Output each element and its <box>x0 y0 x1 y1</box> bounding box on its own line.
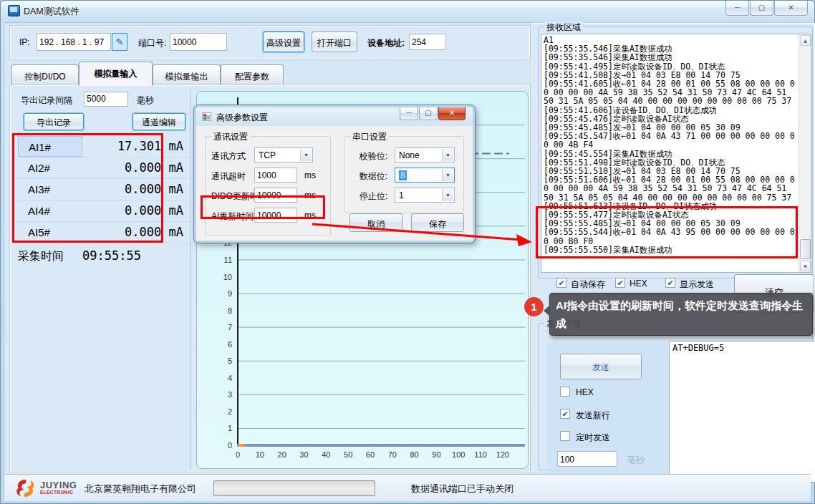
ip-input[interactable]: 192 . 168 . 1 . 97 <box>37 33 111 51</box>
open-port-button[interactable]: 打开端口 <box>312 32 357 52</box>
connection-panel: IP: 192 . 168 . 1 . 97 ✎ 端口号: 10000 高级设置… <box>10 26 530 59</box>
chevron-down-icon[interactable]: ▼ <box>442 169 453 181</box>
svg-text:10: 10 <box>223 273 232 281</box>
progress-bar <box>213 480 375 496</box>
comm-field-input[interactable]: 10000 <box>254 188 297 203</box>
brand-text: JUYING <box>40 480 77 490</box>
svg-text:0: 0 <box>228 441 232 450</box>
form-icon <box>202 112 211 121</box>
svg-text:90: 90 <box>432 450 440 459</box>
export-records-button[interactable]: 导出记录 <box>24 113 84 130</box>
timed-ms-label: 毫秒 <box>627 454 645 466</box>
send-newline-label: 发送新行 <box>576 410 610 422</box>
capture-time-label: 采集时间 <box>18 246 64 266</box>
device-addr-label: 设备地址: <box>367 37 405 49</box>
port-input[interactable]: 10000 <box>170 33 227 51</box>
hex-display-checkbox[interactable]: ✔ <box>615 278 625 288</box>
svg-text:5: 5 <box>228 357 232 365</box>
tab-1[interactable]: 控制DI/DO <box>11 64 79 86</box>
receive-log-text: A1 [09:55:35.546]采集AI数据成功 [09:55:35.546]… <box>544 36 796 271</box>
tab-3[interactable]: 模拟量输出 <box>153 64 221 86</box>
resize-grip[interactable]: ⋱ <box>465 233 471 240</box>
ai-value-table: AI1#17.301 mAAI2#0.000 mAAI3#0.000 mAAI4… <box>18 136 188 243</box>
close-button[interactable]: ✕ <box>774 1 808 16</box>
auto-save-checkbox[interactable]: ✔ <box>556 278 566 288</box>
table-row[interactable]: AI5#0.000 mA <box>18 222 188 243</box>
send-button[interactable]: 发送 <box>560 354 642 379</box>
comm-field-input[interactable]: 10000 <box>254 208 297 223</box>
dialog-minimize-button[interactable]: ─ <box>400 107 418 120</box>
channel-edit-button[interactable]: 通道编辑 <box>132 113 185 130</box>
svg-text:10: 10 <box>256 450 264 459</box>
receive-log-box[interactable]: A1 [09:55:35.546]采集AI数据成功 [09:55:35.546]… <box>541 34 811 273</box>
tab-2[interactable]: 模拟量输入 <box>79 62 153 86</box>
ip-label: IP: <box>19 37 30 47</box>
table-row[interactable]: AI4#0.000 mA <box>18 200 188 222</box>
send-content-textarea[interactable]: AT+DEBUG=5 <box>669 341 815 483</box>
serial-settings-group: 串口设置 校验位:None▼数据位:8▼停止位:1▼ <box>344 136 464 213</box>
save-button[interactable]: 保存 <box>411 213 464 232</box>
window-title: DAM测试软件 <box>24 6 79 18</box>
svg-text:20: 20 <box>278 450 286 459</box>
advanced-settings-button[interactable]: 高级设置 <box>263 32 304 52</box>
comm-mode-select[interactable]: TCP▼ <box>254 147 313 163</box>
serial-select[interactable]: None▼ <box>395 147 455 163</box>
svg-text:0: 0 <box>236 450 240 459</box>
scroll-up-icon[interactable]: ▲ <box>800 35 811 46</box>
dialog-body: 通讯设置 通讯方式TCP▼通讯超时1000msDIDO更新时间10000msAI… <box>196 126 473 241</box>
maximize-button[interactable]: ▢ <box>750 1 773 16</box>
chevron-down-icon[interactable]: ▼ <box>300 149 312 161</box>
serial-row: 校验位:None▼ <box>350 150 459 165</box>
svg-text:60: 60 <box>366 450 375 459</box>
svg-text:40: 40 <box>322 450 330 459</box>
minimize-button[interactable]: ─ <box>725 1 749 16</box>
send-group: 发送区域 发送 HEX ✔ 发送新行 定时发送 100 毫秒 AT+DEBUG=… <box>538 323 813 470</box>
send-options-panel: 发送 HEX ✔ 发送新行 定时发送 100 毫秒 <box>547 342 669 480</box>
svg-text:9: 9 <box>228 289 232 298</box>
table-row[interactable]: AI2#0.000 mA <box>18 158 188 179</box>
dialog-title-bar[interactable]: 高级参数设置 ─ ▢ ✕ <box>196 107 473 126</box>
channel-value: 0.000 mA <box>82 222 188 243</box>
tooltip-arrow-icon <box>544 305 550 316</box>
export-interval-label: 导出记录间隔 <box>21 94 72 107</box>
svg-text:50: 50 <box>344 450 352 459</box>
dialog-maximize-button[interactable]: ▢ <box>419 107 438 120</box>
table-row[interactable]: AI3#0.000 mA <box>18 179 188 200</box>
send-newline-checkbox[interactable]: ✔ <box>560 409 570 419</box>
brand-sub-text: ELECTRONIC <box>40 490 73 495</box>
title-bar[interactable]: DAM测试软件 ─ ▢ ✕ <box>1 1 814 22</box>
serial-select[interactable]: 8▼ <box>395 168 455 183</box>
tab-4[interactable]: 配置参数 <box>221 64 284 86</box>
timed-send-checkbox[interactable] <box>560 431 570 441</box>
app-window: DAM测试软件 ─ ▢ ✕ IP: 192 . 168 . 1 . 97 ✎ 端… <box>0 0 815 504</box>
channel-name: AI3# <box>18 179 82 200</box>
comm-field-input[interactable]: 1000 <box>254 168 297 183</box>
cancel-button[interactable]: 取消 <box>349 213 402 232</box>
receive-scrollbar[interactable]: ▲ ▼ <box>799 34 811 272</box>
device-addr-input[interactable]: 254 <box>409 34 446 50</box>
serial-select[interactable]: 1▼ <box>395 188 455 203</box>
show-send-checkbox[interactable]: ✔ <box>665 278 675 288</box>
advanced-settings-dialog: 高级参数设置 ─ ▢ ✕ 通讯设置 通讯方式TCP▼通讯超时1000msDIDO… <box>194 105 475 243</box>
edit-ip-pencil-icon[interactable]: ✎ <box>112 33 127 51</box>
timed-interval-input[interactable]: 100 <box>557 451 617 467</box>
svg-text:30: 30 <box>299 450 308 459</box>
export-interval-input[interactable]: 5000 <box>84 92 128 107</box>
capture-time-value: 09:55:55 <box>64 246 141 266</box>
serial-row: 停止位:1▼ <box>350 190 459 205</box>
svg-text:100: 100 <box>452 450 465 459</box>
chevron-down-icon[interactable]: ▼ <box>442 149 453 161</box>
send-hex-checkbox[interactable] <box>560 387 570 397</box>
chevron-down-icon[interactable]: ▼ <box>442 189 453 201</box>
scrollbar-thumb[interactable] <box>800 239 811 259</box>
company-name: 北京聚英翱翔电子有限公司 <box>85 483 196 495</box>
auto-save-label: 自动保存 <box>571 278 605 291</box>
scroll-down-icon[interactable]: ▼ <box>800 261 811 271</box>
comm-row: 通讯超时1000ms <box>211 170 326 185</box>
svg-text:3: 3 <box>228 390 232 399</box>
status-bar: JUYING ELECTRONIC 北京聚英翱翔电子有限公司 数据通讯端口已手动… <box>4 474 811 501</box>
svg-text:6: 6 <box>228 340 232 349</box>
table-row[interactable]: AI1#17.301 mA <box>18 136 188 158</box>
show-send-label: 显示发送 <box>680 278 714 291</box>
dialog-close-button[interactable]: ✕ <box>438 107 466 120</box>
